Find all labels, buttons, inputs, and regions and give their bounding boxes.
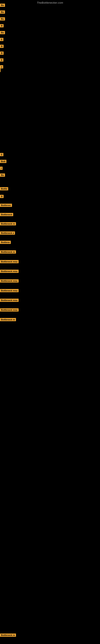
bottleneck-res-label: Bottleneck re	[0, 634, 16, 637]
site-title: TheBottlenecker.com	[0, 0, 100, 5]
tick-11	[0, 68, 0, 72]
